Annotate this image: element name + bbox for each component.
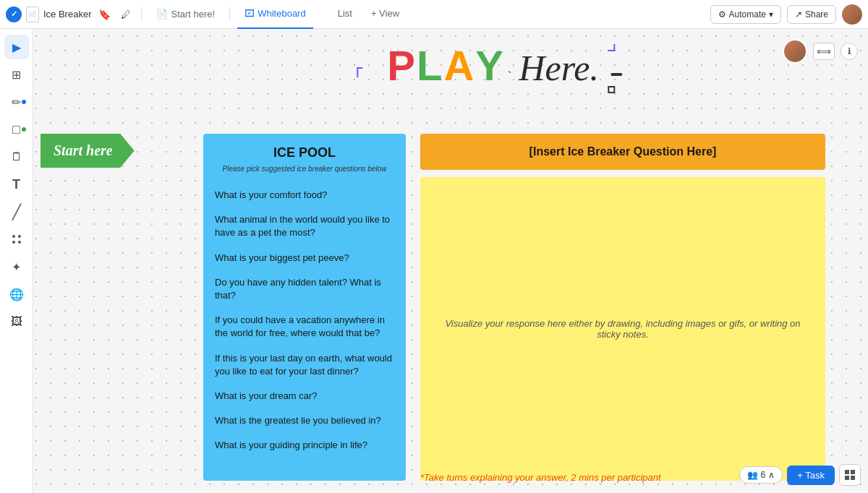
ice-pool-q1: What is your comfort food? (215, 183, 394, 207)
pen-dot (22, 100, 26, 104)
question-text: [Insert Ice Breaker Question Here] (529, 145, 717, 158)
tool-text[interactable]: T (4, 172, 29, 197)
play-a: A (443, 45, 474, 87)
task-button[interactable]: + Task (787, 466, 835, 485)
play-here-title: P L A Y ` Here. (386, 45, 600, 87)
canvas-avatar[interactable] (783, 39, 807, 64)
tab-start-here[interactable]: 📄 Start here! (149, 4, 222, 24)
participants-button[interactable]: 👥 6 ∧ (739, 466, 783, 484)
start-here-arrow: Start here (41, 134, 135, 168)
response-area[interactable]: Visualize your response here either by d… (420, 177, 825, 481)
svg-rect-6 (845, 476, 849, 480)
whiteboard-tab-icon (244, 9, 255, 19)
user-avatar[interactable] (842, 4, 862, 25)
ice-pool-subtitle: Please pick suggested ice breaker questi… (215, 165, 394, 173)
info-button[interactable]: ℹ (841, 43, 858, 60)
tool-template[interactable]: ✦ (4, 254, 29, 279)
canvas-content: ⟺ ℹ P L A Y ` Here. Start (33, 29, 868, 493)
svg-rect-4 (845, 470, 849, 474)
tool-apps[interactable] (4, 227, 29, 252)
canvas-top-right: ⟺ ℹ (783, 39, 858, 64)
ice-pool-q5: If you could have a vacation anywhere in… (215, 308, 394, 346)
topbar-right: ⚙ Automate ▾ ↗ Share (710, 4, 862, 25)
pencil-icon[interactable]: 🖊 (118, 7, 134, 22)
ice-pool-q2: What animal in the world would you like … (215, 207, 394, 245)
app-logo: ✓ (6, 7, 22, 22)
tab-list[interactable]: List (318, 0, 359, 29)
divider-2 (229, 7, 230, 22)
deco-squiggles: ` (508, 70, 511, 83)
svg-point-0 (12, 235, 15, 238)
response-hint: Visualize your response here either by d… (420, 304, 825, 354)
svg-point-1 (18, 235, 21, 238)
info-icon: ℹ (848, 46, 851, 56)
grid-view-button[interactable] (839, 464, 861, 486)
automate-icon: ⚙ (718, 9, 726, 20)
bookmark-icon[interactable]: 🔖 (95, 7, 114, 22)
tool-globe[interactable]: 🌐 (4, 282, 29, 306)
deco-corner-right (608, 44, 615, 51)
expand-button[interactable]: ⟺ (813, 43, 835, 60)
ice-pool-q9: What is your guiding principle in life? (215, 433, 394, 458)
automate-chevron: ▾ (769, 9, 773, 20)
play-here: Here. (519, 50, 599, 86)
automate-button[interactable]: ⚙ Automate ▾ (710, 5, 781, 24)
left-toolbar: ▶ ⊞ ✏ □ 🗒 T ╱ ✦ 🌐 🖼 (0, 29, 33, 493)
ice-pool-q6: If this is your last day on earth, what … (215, 346, 394, 384)
bottom-controls: 👥 6 ∧ + Task (739, 464, 861, 486)
tool-pen[interactable]: ✏ (4, 90, 29, 114)
tool-line[interactable]: ╱ (4, 200, 29, 224)
share-button[interactable]: ↗ Share (787, 5, 836, 24)
start-here-tab-icon: 📄 (156, 9, 168, 20)
ice-pool-q7: What is your dream car? (215, 384, 394, 408)
play-y: Y (475, 45, 503, 87)
ice-pool-q4: Do you have any hidden talent? What is t… (215, 270, 394, 308)
share-icon: ↗ (795, 9, 802, 20)
list-tab-icon (325, 9, 335, 19)
doc-title: Ice Breaker (43, 9, 91, 20)
deco-square (608, 86, 615, 93)
ice-pool-title: ICE POOL (215, 145, 394, 160)
play-p: P (387, 45, 415, 87)
svg-rect-7 (851, 476, 855, 480)
topbar: ✓ 📄 Ice Breaker 🔖 🖊 📄 Start here! Whiteb… (0, 0, 868, 29)
grid-icon (844, 469, 856, 481)
footer-note: *Take turns explaining your answer, 2 mi… (420, 472, 661, 483)
deco-corner-left (357, 67, 362, 77)
tool-image[interactable]: 🖼 (4, 309, 29, 334)
expand-icon: ⟺ (817, 46, 831, 57)
shape-dot (22, 127, 26, 132)
question-card: [Insert Ice Breaker Question Here] (420, 134, 825, 170)
tool-select[interactable]: ▶ (4, 35, 29, 59)
play-l: L (417, 45, 442, 87)
svg-point-3 (18, 241, 21, 244)
participants-icon: 👥 (747, 470, 758, 480)
participants-chevron: ∧ (768, 470, 775, 480)
divider-1 (141, 7, 142, 22)
tab-whiteboard[interactable]: Whiteboard (237, 0, 312, 29)
ice-pool-q8: What is the greatest lie you believed in… (215, 408, 394, 433)
svg-point-2 (12, 241, 15, 244)
ice-pool-q3: What is your biggest pet peeve? (215, 246, 394, 270)
svg-rect-5 (851, 470, 855, 474)
ice-pool-card: ICE POOL Please pick suggested ice break… (203, 134, 406, 481)
tool-layers[interactable]: ⊞ (4, 62, 29, 87)
deco-line (610, 73, 622, 76)
tool-sticky[interactable]: 🗒 (4, 145, 29, 169)
tab-view[interactable]: + View (364, 0, 407, 29)
canvas-area: ▶ ⊞ ✏ □ 🗒 T ╱ ✦ 🌐 🖼 ⟺ (0, 29, 868, 493)
tool-shape[interactable]: □ (4, 117, 29, 142)
doc-icon: 📄 (26, 7, 39, 22)
